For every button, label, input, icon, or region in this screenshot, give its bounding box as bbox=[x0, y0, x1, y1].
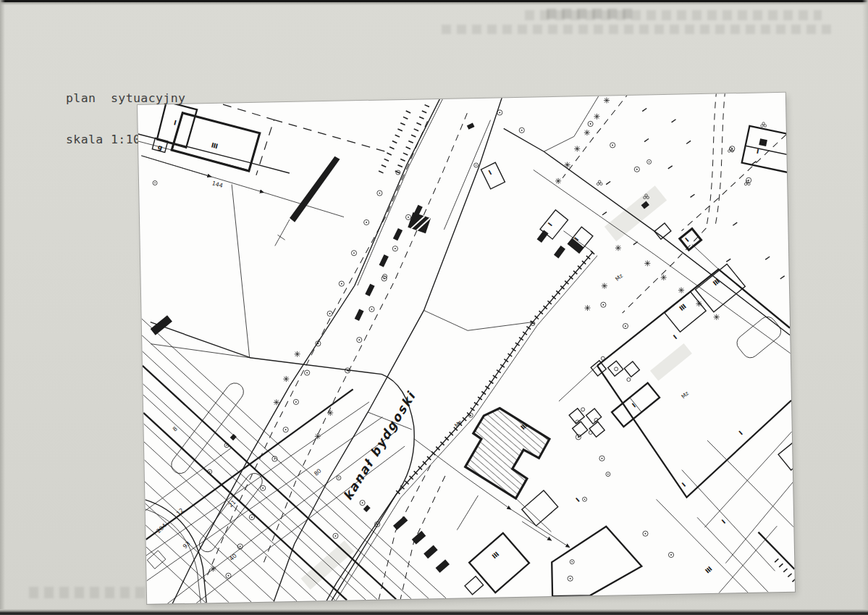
tree-icon bbox=[363, 219, 368, 225]
conifer-icon bbox=[602, 283, 607, 289]
conifer-icon bbox=[584, 130, 590, 135]
tree-icon bbox=[568, 576, 573, 581]
tree-icon bbox=[304, 370, 309, 375]
conifer-icon bbox=[604, 97, 610, 103]
storey-count-label: I bbox=[672, 334, 678, 341]
canal-name-label: kanał bydgoski bbox=[340, 389, 419, 503]
tree-icon bbox=[668, 552, 673, 557]
conifer-icon bbox=[574, 146, 580, 151]
storey-count-label: I bbox=[720, 519, 727, 526]
storey-count-label: I bbox=[681, 482, 687, 489]
survey-point-icon bbox=[570, 560, 574, 564]
conifer-icon bbox=[696, 301, 701, 306]
survey-number-label: 12 bbox=[175, 507, 185, 517]
boundary-dash-mark bbox=[691, 194, 695, 197]
scan-ghost-text bbox=[547, 9, 633, 19]
scanned-page: plan sytuacyjny skala 1:1000 bbox=[0, 0, 868, 615]
shed-footprint bbox=[467, 122, 475, 129]
conifer-icon bbox=[327, 410, 333, 416]
tree-icon bbox=[588, 121, 593, 126]
shed-footprint bbox=[355, 309, 364, 321]
tree-icon bbox=[249, 514, 254, 519]
survey-point-icon bbox=[337, 476, 341, 480]
embankment-wedge bbox=[273, 156, 341, 246]
railway-track-lines bbox=[142, 313, 446, 604]
survey-point-icon bbox=[606, 472, 610, 477]
survey-point-icon bbox=[474, 163, 479, 167]
boundary-dash-mark bbox=[780, 276, 785, 279]
garage-row bbox=[565, 400, 609, 445]
shed-footprint bbox=[379, 254, 389, 267]
storey-count-label: III bbox=[712, 277, 721, 287]
survey-number-label: 80 bbox=[313, 467, 323, 477]
conifer-icon bbox=[274, 399, 279, 405]
tree-icon bbox=[339, 281, 344, 286]
scan-left-shadow bbox=[0, 0, 5, 615]
map-labels: IIIIgIIIIIIIIIIIIIIIIIIIIIIIIII144204931… bbox=[148, 108, 767, 585]
conifer-icon bbox=[615, 245, 621, 251]
parcel-label: Mz bbox=[680, 390, 690, 400]
plan-title-line1: plan sytuacyjny bbox=[66, 91, 185, 105]
parcel-label: Mz bbox=[614, 272, 624, 283]
tree-icon bbox=[392, 246, 397, 251]
tree-icon bbox=[360, 500, 365, 505]
tree-icon bbox=[293, 399, 298, 404]
conifer-icon bbox=[584, 305, 590, 311]
storey-count-label: I bbox=[547, 222, 554, 228]
street-northeast bbox=[504, 123, 791, 359]
storey-count-label: I bbox=[756, 148, 759, 155]
storey-count-label: I bbox=[684, 236, 691, 243]
tree-icon bbox=[623, 323, 628, 328]
tree-icon bbox=[351, 251, 356, 256]
storey-count-label: I bbox=[574, 496, 581, 503]
boundary-dash-mark bbox=[765, 256, 770, 259]
bush-icon bbox=[761, 122, 767, 127]
storey-count-label: I bbox=[487, 169, 492, 176]
boundary-dash-mark bbox=[644, 138, 649, 141]
tree-icon bbox=[599, 456, 604, 461]
storey-count-label: III bbox=[704, 565, 713, 574]
street-corridor bbox=[163, 94, 513, 603]
tree-icon bbox=[226, 573, 231, 578]
conifer-icon bbox=[565, 162, 570, 168]
conifer-icon bbox=[295, 351, 300, 357]
conifer-icon bbox=[678, 288, 684, 293]
conifer-icon bbox=[661, 275, 667, 280]
conifer-icon bbox=[315, 433, 321, 439]
boundary-dash-mark bbox=[672, 120, 676, 122]
boundary-dash-mark bbox=[733, 222, 737, 225]
survey-number-label: 40 bbox=[228, 553, 238, 563]
storey-count-label: g bbox=[157, 143, 163, 151]
conifer-icon bbox=[555, 178, 561, 184]
shed-footprint bbox=[436, 559, 450, 573]
boundary-dash-mark bbox=[606, 181, 610, 184]
conifer-icon bbox=[210, 566, 216, 572]
boundary-dash-mark bbox=[726, 259, 730, 262]
boundary-dash-mark bbox=[686, 141, 691, 143]
survey-point-icon bbox=[647, 159, 652, 164]
scan-bottom-edge bbox=[0, 609, 868, 615]
shed-footprint bbox=[363, 505, 371, 512]
parcels-right bbox=[556, 243, 795, 596]
survey-point-icon bbox=[583, 497, 587, 501]
scan-ghost-text bbox=[442, 25, 833, 34]
shed-footprint bbox=[554, 246, 565, 259]
surveyed-road bbox=[325, 252, 604, 601]
tree-icon bbox=[634, 167, 639, 172]
tree-icon bbox=[283, 427, 288, 432]
bush-icon bbox=[744, 180, 750, 185]
storey-count-label: III bbox=[678, 303, 688, 312]
conifer-icon bbox=[594, 114, 599, 120]
survey-number-label: 144 bbox=[211, 180, 224, 189]
survey-number-label: 21 bbox=[227, 499, 237, 509]
boundary-dash-mark bbox=[633, 242, 638, 245]
shed-footprint bbox=[393, 516, 408, 530]
storey-count-label: I bbox=[738, 430, 744, 437]
shed-footprint bbox=[365, 284, 374, 296]
tree-icon bbox=[333, 533, 338, 538]
tree-icon bbox=[601, 302, 606, 307]
tree-icon bbox=[377, 191, 382, 196]
storey-count-label: III bbox=[211, 141, 219, 150]
tree-icon bbox=[327, 311, 332, 316]
storey-count-label: I bbox=[173, 119, 177, 126]
